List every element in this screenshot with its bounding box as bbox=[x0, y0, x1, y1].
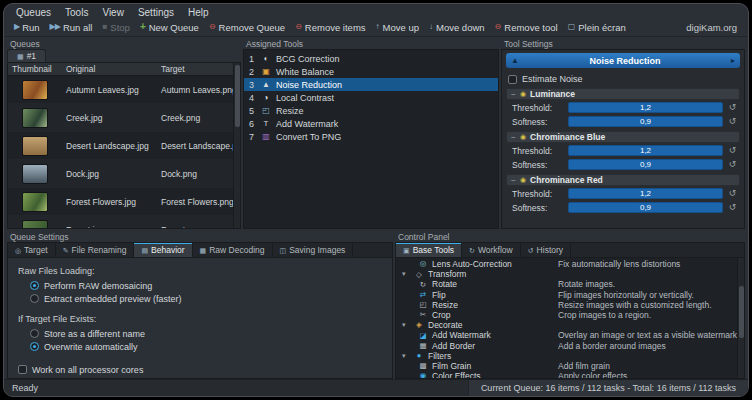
radio-perform-raw-demosaicing[interactable] bbox=[30, 281, 39, 290]
chrominance-blue-softness-slider[interactable]: 0,9 bbox=[568, 159, 723, 170]
control-panel-scrollbar[interactable] bbox=[737, 258, 744, 378]
queue-row-forest[interactable]: Forest.jpg Forest.png bbox=[8, 216, 233, 228]
chrominance-red-section-header[interactable]: − ◉ Chrominance Red bbox=[506, 174, 740, 186]
column-header-original[interactable]: Original bbox=[62, 63, 157, 75]
remove-tool-button[interactable]: ⊖ Remove tool bbox=[490, 20, 563, 35]
scrollbar-thumb[interactable] bbox=[235, 65, 240, 127]
tab-behavior[interactable]: ▤ Behavior bbox=[134, 243, 192, 257]
tab-history[interactable]: ↺ History bbox=[521, 243, 571, 257]
tab-workflow[interactable]: ↻ Workflow bbox=[462, 243, 521, 257]
tool-header-arrow-icon[interactable]: ▸ bbox=[731, 56, 735, 65]
tree-group-transform[interactable]: ▾ ◇ Transform bbox=[396, 269, 737, 279]
option-overwrite-automatically[interactable]: Overwrite automatically bbox=[18, 340, 382, 353]
queue-row-creek[interactable]: Creek.jpg Creek.png bbox=[8, 104, 233, 132]
tree-item-rotate[interactable]: ↻ Rotate Rotate images. bbox=[396, 279, 737, 289]
option-work-on-all-processor-cores[interactable]: Work on all processor cores bbox=[18, 363, 382, 376]
option-store-as-different-name[interactable]: Store as a different name bbox=[18, 327, 382, 340]
run-button[interactable]: ▶ Run bbox=[9, 20, 45, 35]
assigned-tool-noise-reduction[interactable]: 3 ▲ Noise Reduction bbox=[244, 78, 498, 91]
column-header-thumbnail[interactable]: Thumbnail bbox=[8, 63, 62, 75]
menu-help[interactable]: Help bbox=[182, 7, 215, 18]
menu-tools[interactable]: Tools bbox=[59, 7, 94, 18]
assigned-tool-bcg-correction[interactable]: 1 ◐ BCG Correction bbox=[244, 52, 498, 65]
queue-row-forest-flowers[interactable]: Forest Flowers.jpg Forest Flowers.png bbox=[8, 188, 233, 216]
slider-value: 1,2 bbox=[640, 103, 651, 112]
local-contrast-icon: ◑ bbox=[261, 94, 271, 102]
chrominance-red-threshold-slider[interactable]: 1,2 bbox=[568, 188, 723, 199]
estimate-noise-row: Estimate Noise bbox=[506, 72, 740, 88]
remove-items-button[interactable]: ⊖ Remove items bbox=[290, 20, 370, 35]
queue-row-autumn-leaves[interactable]: Autumn Leaves.jpg Autumn Leaves.png bbox=[8, 76, 233, 104]
target-filename: Dock.png bbox=[157, 169, 233, 179]
luminance-section-header[interactable]: − ◉ Luminance bbox=[506, 88, 740, 100]
menu-view[interactable]: View bbox=[96, 7, 130, 18]
radio-extract-embedded-preview[interactable] bbox=[30, 294, 39, 303]
tree-item-resize[interactable]: ◰ Resize Resize images with a customized… bbox=[396, 300, 737, 310]
queue-row-desert-landscape[interactable]: Desert Landscape.jpg Desert Landscape.pn… bbox=[8, 132, 233, 160]
menu-queues[interactable]: Queues bbox=[10, 7, 57, 18]
menu-settings[interactable]: Settings bbox=[132, 7, 180, 18]
remove-queue-button[interactable]: ⊖ Remove Queue bbox=[204, 20, 290, 35]
file-renaming-tab-icon: ✎ bbox=[63, 247, 69, 254]
tree-item-lens-auto-correction[interactable]: ◎ Lens Auto-Correction Fix automatically… bbox=[396, 259, 737, 269]
stop-icon: ■ bbox=[102, 23, 107, 31]
tree-group-decorate[interactable]: ▾ ◈ Decorate bbox=[396, 320, 737, 330]
reset-button[interactable]: ↺ bbox=[727, 160, 738, 169]
run-icon: ▶ bbox=[14, 23, 19, 31]
collapse-icon: − bbox=[511, 132, 516, 142]
work-on-all-cores-checkbox[interactable] bbox=[18, 365, 27, 374]
group-expand-arrow[interactable]: ▾ bbox=[402, 321, 410, 329]
new-queue-button[interactable]: + New Queue bbox=[135, 20, 204, 35]
run-all-button[interactable]: ▶▶ Run all bbox=[45, 20, 98, 35]
fullscreen-button[interactable]: ▢ Plein écran bbox=[563, 20, 631, 35]
radio-overwrite-automatically[interactable] bbox=[30, 342, 39, 351]
queue-list-scrollbar[interactable] bbox=[233, 63, 240, 228]
estimate-noise-checkbox[interactable] bbox=[508, 75, 517, 84]
move-up-button[interactable]: ↑ Move up bbox=[371, 20, 424, 35]
chrominance-blue-threshold-slider[interactable]: 1,2 bbox=[568, 145, 723, 156]
column-header-target[interactable]: Target bbox=[157, 63, 233, 75]
tab-raw-decoding[interactable]: ▦ Raw Decoding bbox=[193, 243, 273, 257]
group-expand-arrow[interactable]: ▾ bbox=[402, 352, 410, 360]
reset-button[interactable]: ↺ bbox=[727, 203, 738, 212]
group-expand-arrow[interactable]: ▾ bbox=[402, 270, 410, 278]
queue-tab-1[interactable]: ▦ #1 bbox=[7, 49, 46, 62]
luminance-softness-slider[interactable]: 0,9 bbox=[568, 116, 723, 127]
slider-value: 1,2 bbox=[640, 189, 651, 198]
move-down-button[interactable]: ↓ Move down bbox=[424, 20, 490, 35]
assigned-tool-convert-to-png[interactable]: 7 ▥ Convert To PNG bbox=[244, 130, 498, 143]
reset-button[interactable]: ↺ bbox=[727, 117, 738, 126]
tool-label: White Balance bbox=[276, 67, 334, 77]
tree-item-add-border[interactable]: ▦ Add Border Add a border around images bbox=[396, 341, 737, 351]
tool-settings-panel: Tool Settings ▲ Noise Reduction ▸ Estima… bbox=[501, 38, 745, 229]
scrollbar-thumb[interactable] bbox=[739, 286, 744, 338]
assigned-tool-resize[interactable]: 5 ◰ Resize bbox=[244, 104, 498, 117]
tab-saving-images[interactable]: ◫ Saving Images bbox=[273, 243, 354, 257]
option-perform-raw-demosaicing[interactable]: Perform RAW demosaicing bbox=[18, 279, 382, 292]
tab-target[interactable]: ◎ Target bbox=[8, 243, 56, 257]
tree-group-filters[interactable]: ▾ ● Filters bbox=[396, 351, 737, 361]
tree-item-film-grain[interactable]: ▩ Film Grain Add film grain bbox=[396, 361, 737, 371]
target-filename: Forest.png bbox=[157, 225, 233, 229]
stop-button[interactable]: ■ Stop bbox=[97, 20, 134, 35]
reset-button[interactable]: ↺ bbox=[727, 189, 738, 198]
tab-file-renaming[interactable]: ✎ File Renaming bbox=[56, 243, 135, 257]
radio-store-as-different-name[interactable] bbox=[30, 329, 39, 338]
option-extract-embedded-preview[interactable]: Extract embedded preview (faster) bbox=[18, 292, 382, 305]
raw-files-loading-label: Raw Files Loading: bbox=[18, 264, 382, 279]
reset-button[interactable]: ↺ bbox=[727, 103, 738, 112]
luminance-threshold-slider[interactable]: 1,2 bbox=[568, 102, 723, 113]
assigned-tool-add-watermark[interactable]: 6 T Add Watermark bbox=[244, 117, 498, 130]
queue-row-dock[interactable]: Dock.jpg Dock.png bbox=[8, 160, 233, 188]
assigned-tool-local-contrast[interactable]: 4 ◑ Local Contrast bbox=[244, 91, 498, 104]
reset-button[interactable]: ↺ bbox=[727, 146, 738, 155]
tree-item-crop[interactable]: ✂ Crop Crop images to a region. bbox=[396, 310, 737, 320]
tree-item-add-watermark[interactable]: ◪ Add Watermark Overlay an image or text… bbox=[396, 330, 737, 340]
tree-item-color-effects[interactable]: ◉ Color Effects Apply color effects bbox=[396, 371, 737, 379]
chrominance-blue-section-header[interactable]: − ◉ Chrominance Blue bbox=[506, 131, 740, 143]
assigned-tool-white-balance[interactable]: 2 ▣ White Balance bbox=[244, 65, 498, 78]
chrominance-red-softness-slider[interactable]: 0,9 bbox=[568, 202, 723, 213]
rotate-icon: ↻ bbox=[418, 281, 428, 289]
tree-item-flip[interactable]: ⇄ Flip Flip images horizontally or verti… bbox=[396, 290, 737, 300]
tab-base-tools[interactable]: ▣ Base Tools bbox=[396, 243, 462, 257]
